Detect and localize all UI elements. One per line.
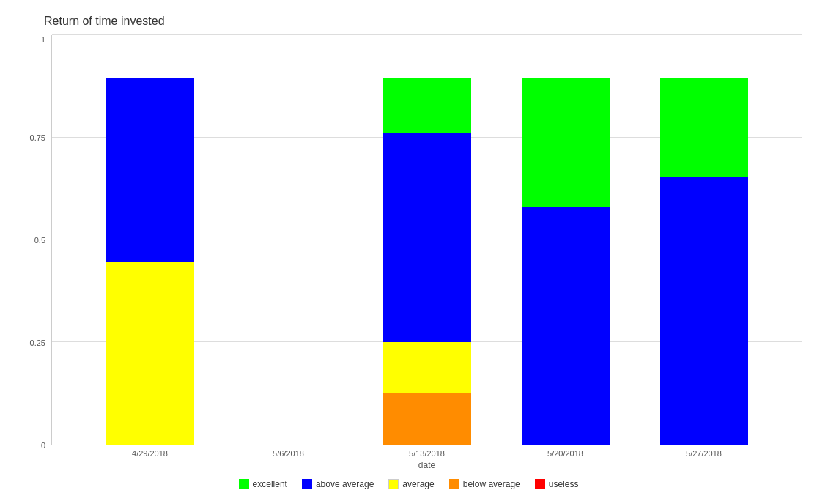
x-label-5: 5/27/2018	[660, 449, 748, 458]
bar-segment-below-3	[383, 393, 471, 445]
legend-label-excellent: excellent	[253, 479, 287, 489]
legend-color-excellent	[239, 479, 249, 489]
y-tick-0: 0	[41, 441, 45, 450]
y-tick-25: 0.25	[30, 338, 45, 347]
chart-area: 0 0.25 0.5 0.75 1	[15, 35, 802, 445]
x-axis: 4/29/2018 5/6/2018 5/13/2018 5/20/2018 5…	[51, 449, 802, 458]
legend-label-useless: useless	[549, 479, 579, 489]
x-axis-title: date	[51, 460, 802, 470]
bar-stack-5	[660, 78, 748, 445]
legend-item-average: average	[388, 479, 434, 489]
bar-segment-above-5	[660, 177, 748, 445]
bar-stack-4	[522, 78, 610, 445]
y-tick-50: 0.5	[34, 236, 45, 245]
bars-area	[52, 35, 802, 445]
legend-label-average: average	[402, 479, 434, 489]
x-label-3: 5/13/2018	[383, 449, 471, 458]
bar-segment-above-1	[106, 78, 194, 262]
bar-segment-exc-5	[660, 78, 748, 177]
legend-color-useless	[535, 479, 545, 489]
bar-stack-3	[383, 78, 471, 445]
bar-segment-average-1	[106, 262, 194, 445]
bar-group-3	[383, 78, 471, 445]
x-label-4: 5/20/2018	[522, 449, 610, 458]
bar-segment-exc-4	[522, 78, 610, 207]
legend-label-above-average: above average	[316, 479, 374, 489]
legend-item-useless: useless	[535, 479, 579, 489]
x-label-2: 5/6/2018	[245, 449, 333, 458]
bar-group-4	[522, 78, 610, 445]
legend-item-above-average: above average	[302, 479, 374, 489]
chart-container: Return of time invested 0 0.25 0.5 0.75 …	[0, 0, 817, 504]
bar-group-2	[245, 78, 333, 445]
bar-stack-2	[245, 78, 333, 445]
legend: excellent above average average below av…	[15, 479, 802, 489]
bar-segment-above-4	[522, 207, 610, 445]
bar-group-1	[106, 78, 194, 445]
legend-color-below-average	[449, 479, 459, 489]
legend-item-excellent: excellent	[239, 479, 287, 489]
y-tick-100: 1	[41, 35, 45, 44]
bar-segment-above-3	[383, 133, 471, 342]
chart-title: Return of time invested	[44, 15, 802, 28]
legend-color-average	[388, 479, 399, 489]
bar-stack-1	[106, 78, 194, 445]
y-axis: 0 0.25 0.5 0.75 1	[15, 35, 51, 445]
y-tick-75: 0.75	[30, 133, 45, 142]
legend-item-below-average: below average	[449, 479, 520, 489]
chart-inner	[51, 35, 802, 445]
bar-segment-avg-3	[383, 342, 471, 393]
bar-group-5	[660, 78, 748, 445]
x-label-1: 4/29/2018	[106, 449, 194, 458]
legend-label-below-average: below average	[463, 479, 520, 489]
bar-segment-exc-3	[383, 78, 471, 133]
legend-color-above-average	[302, 479, 312, 489]
